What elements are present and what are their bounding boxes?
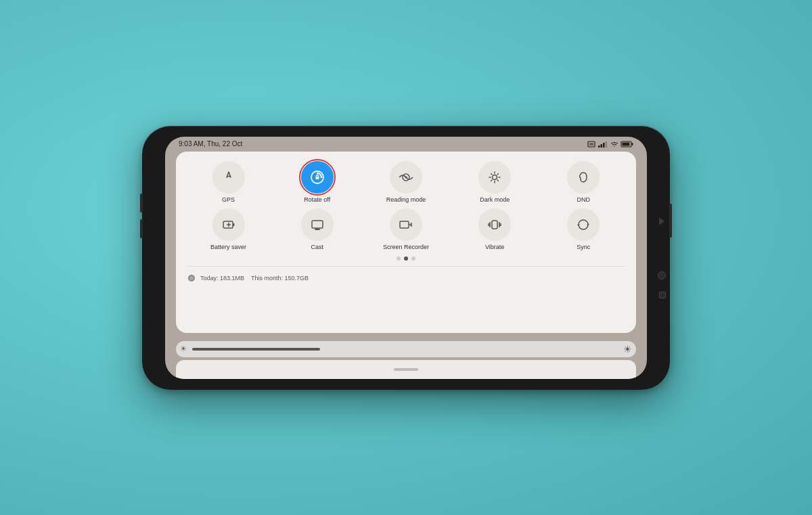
tiles-row-1: GPS Rotat: [184, 161, 628, 204]
battery-saver-label: Battery saver: [210, 244, 246, 251]
cast-icon: [310, 217, 325, 232]
data-usage-row: Today: 183.1MB This month: 150.7GB: [184, 272, 628, 284]
brightness-low-icon: ☀: [180, 344, 187, 353]
bottom-sheet-hint: [176, 360, 636, 379]
brightness-row[interactable]: ☀ ☀: [176, 341, 636, 357]
svg-line-21: [497, 173, 499, 175]
reading-mode-icon: [399, 170, 413, 185]
today-label: Today:: [200, 275, 219, 282]
dot-1: [397, 256, 401, 261]
vibrate-icon: [487, 217, 502, 232]
dark-mode-icon: [487, 170, 502, 185]
battery-saver-icon-wrap: [212, 208, 245, 241]
dot-3: [411, 256, 415, 261]
tile-gps[interactable]: GPS: [205, 161, 252, 204]
today-value: 183.1MB: [220, 275, 244, 282]
dark-mode-icon-wrap: [478, 161, 511, 194]
sim-icon: [587, 141, 595, 148]
dnd-label: DND: [577, 196, 591, 204]
wifi-icon: [610, 141, 618, 148]
svg-rect-32: [492, 221, 497, 229]
sync-icon: [576, 217, 591, 232]
month-label: This month:: [251, 275, 283, 282]
notification-panel: GPS Rotat: [176, 152, 636, 333]
svg-rect-24: [233, 223, 235, 226]
tile-battery-saver[interactable]: Battery saver: [205, 208, 252, 251]
signal-icon: [598, 141, 608, 148]
side-square-icon: [659, 292, 666, 298]
svg-rect-27: [312, 221, 323, 228]
svg-rect-3: [601, 144, 603, 148]
rotate-icon: [309, 169, 325, 185]
status-bar: 9:03 AM, Thu, 22 Oct: [165, 137, 647, 152]
screen-recorder-label: Screen Recorder: [383, 244, 429, 251]
divider: [187, 266, 625, 267]
svg-line-22: [491, 180, 493, 181]
svg-rect-1: [589, 143, 593, 145]
dark-mode-label: Dark mode: [480, 196, 510, 204]
screen-recorder-icon-wrap: [390, 208, 422, 241]
status-icons: [587, 141, 633, 148]
side-arrow-icon: [659, 217, 664, 225]
dot-2: [404, 256, 408, 261]
svg-rect-11: [315, 177, 319, 179]
dnd-icon-wrap: [567, 161, 600, 194]
vibrate-label: Vibrate: [485, 244, 504, 251]
svg-line-20: [497, 180, 499, 181]
reading-mode-label: Reading mode: [386, 196, 426, 204]
power-button[interactable]: [669, 204, 672, 238]
tile-cast[interactable]: Cast: [294, 208, 341, 251]
svg-rect-2: [598, 145, 600, 148]
svg-line-19: [491, 173, 493, 175]
dnd-icon: [576, 170, 591, 185]
gps-icon: [221, 170, 236, 185]
sync-label: Sync: [577, 244, 590, 251]
rotate-icon-wrap: [301, 161, 334, 194]
data-dot-icon: [188, 275, 195, 282]
svg-rect-4: [603, 143, 605, 148]
tile-screen-recorder[interactable]: Screen Recorder: [382, 208, 430, 251]
side-circle-icon: [658, 271, 666, 279]
screen-recorder-icon: [399, 217, 413, 232]
vol-down-button[interactable]: [140, 219, 143, 238]
brightness-track[interactable]: [192, 348, 618, 351]
data-usage-text: Today: 183.1MB This month: 150.7GB: [200, 275, 309, 282]
status-time: 9:03 AM, Thu, 22 Oct: [179, 140, 242, 148]
cast-icon-wrap: [301, 208, 334, 241]
svg-rect-7: [632, 143, 633, 145]
reading-mode-icon-wrap: [390, 161, 422, 194]
tiles-row-2: Battery saver Cast: [184, 208, 628, 251]
sync-icon-wrap: [567, 208, 600, 241]
rotate-label: Rotate off: [304, 196, 330, 204]
svg-rect-30: [400, 221, 409, 228]
phone-shell: 9:03 AM, Thu, 22 Oct: [142, 126, 670, 390]
svg-rect-8: [623, 142, 630, 145]
phone-screen: 9:03 AM, Thu, 22 Oct: [165, 137, 647, 379]
sheet-handle: [394, 368, 418, 371]
tile-sync[interactable]: Sync: [560, 208, 607, 251]
tile-dark-mode[interactable]: Dark mode: [471, 161, 518, 204]
vibrate-icon-wrap: [478, 208, 511, 241]
svg-rect-5: [606, 141, 608, 148]
battery-saver-icon: [221, 217, 236, 232]
vol-up-button[interactable]: [140, 194, 143, 212]
brightness-fill: [192, 348, 320, 351]
brightness-high-icon: ☀: [623, 344, 632, 355]
tile-reading-mode[interactable]: Reading mode: [382, 161, 430, 204]
battery-icon: [621, 141, 633, 148]
gps-icon-wrap: [212, 161, 245, 194]
tile-rotate-off[interactable]: Rotate off: [294, 161, 341, 204]
tile-dnd[interactable]: DND: [560, 161, 607, 204]
month-value: 150.7GB: [284, 275, 309, 282]
cast-label: Cast: [311, 244, 324, 251]
svg-point-14: [493, 175, 497, 179]
tile-vibrate[interactable]: Vibrate: [471, 208, 518, 251]
gps-label: GPS: [222, 196, 235, 204]
page-dots: [184, 256, 628, 261]
